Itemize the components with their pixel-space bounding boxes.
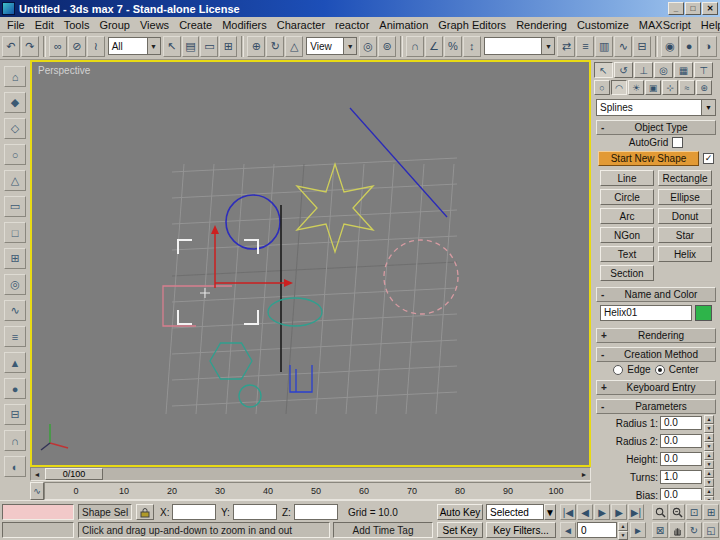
object-type-button-section[interactable]: Section xyxy=(600,265,654,281)
left-tool-icon-10[interactable]: ∿ xyxy=(4,300,26,321)
use-pivot-center-icon[interactable]: ◎ xyxy=(359,36,377,57)
object-type-button-text[interactable]: Text xyxy=(600,246,654,262)
select-object-icon[interactable]: ↖ xyxy=(163,36,181,57)
shape-category-dropdown[interactable]: Splines ▼ xyxy=(596,99,716,116)
left-tool-icon-14[interactable]: ⊟ xyxy=(4,404,26,425)
key-filters-button[interactable]: Key Filters... xyxy=(486,522,556,538)
maxscript-mini-listener[interactable] xyxy=(2,522,74,538)
menu-file[interactable]: File xyxy=(2,18,30,32)
object-type-button-rectangle[interactable]: Rectangle xyxy=(658,170,712,186)
coordinate-system-dropdown[interactable]: View ▼ xyxy=(306,37,357,55)
region-zoom-icon[interactable]: ⊠ xyxy=(652,522,668,538)
unlink-icon[interactable]: ⊘ xyxy=(68,36,86,57)
autogrid-checkbox[interactable] xyxy=(672,137,683,148)
time-slider[interactable]: ◄ 0/100 ► xyxy=(30,467,591,481)
left-tool-icon-9[interactable]: ◎ xyxy=(4,274,26,295)
object-type-button-ellipse[interactable]: Ellipse xyxy=(658,189,712,205)
left-tool-icon-3[interactable]: ◇ xyxy=(4,118,26,139)
rollout-keyboard-entry[interactable]: + Keyboard Entry xyxy=(596,380,716,395)
spline-u-shape[interactable] xyxy=(290,365,312,392)
select-by-name-icon[interactable]: ▤ xyxy=(182,36,200,57)
rollout-rendering[interactable]: + Rendering xyxy=(596,328,716,343)
menu-group[interactable]: Group xyxy=(94,18,135,32)
maximize-button[interactable]: □ xyxy=(685,2,701,15)
go-to-start-icon[interactable]: |◀ xyxy=(560,504,576,520)
rollout-creation-method[interactable]: - Creation Method xyxy=(596,347,716,362)
turns-input[interactable]: 1.0 xyxy=(660,470,702,484)
object-type-button-circle[interactable]: Circle xyxy=(600,189,654,205)
left-tool-icon-15[interactable]: ∩ xyxy=(4,430,26,451)
tab-create-icon[interactable]: ↖ xyxy=(594,62,613,78)
object-type-button-star[interactable]: Star xyxy=(658,227,712,243)
menu-modifiers[interactable]: Modifiers xyxy=(217,18,272,32)
category-geometry-icon[interactable]: ○ xyxy=(594,80,610,95)
left-tool-icon-12[interactable]: ▲ xyxy=(4,352,26,373)
tab-utilities-icon[interactable]: ⊤ xyxy=(694,62,713,78)
left-tool-icon-16[interactable]: ◐ xyxy=(4,456,26,477)
creation-method-edge-radio[interactable] xyxy=(613,365,623,375)
left-tool-icon-11[interactable]: ≡ xyxy=(4,326,26,347)
chevron-down-icon[interactable]: ▼ xyxy=(701,100,715,115)
rollout-object-type[interactable]: - Object Type xyxy=(596,120,716,135)
start-new-shape-button[interactable]: Start New Shape xyxy=(598,151,699,166)
tab-modify-icon[interactable]: ↺ xyxy=(614,62,633,78)
chevron-down-icon[interactable]: ▼ xyxy=(147,38,160,54)
arc-rotate-icon[interactable]: ↻ xyxy=(686,522,702,538)
radius2-spinner[interactable]: ▲▼ xyxy=(704,433,714,449)
spinner-snap-icon[interactable]: ↕ xyxy=(463,36,481,57)
time-slider-right-arrow[interactable]: ► xyxy=(578,468,590,480)
render-scene-icon[interactable]: ● xyxy=(680,36,698,57)
creation-method-center-radio[interactable] xyxy=(655,365,665,375)
close-button[interactable]: ✕ xyxy=(702,2,718,15)
min-max-toggle-icon[interactable]: ◱ xyxy=(703,522,719,538)
rollout-name-and-color[interactable]: - Name and Color xyxy=(596,287,716,302)
menu-views[interactable]: Views xyxy=(135,18,174,32)
auto-key-button[interactable]: Auto Key xyxy=(437,504,483,520)
viewport-canvas[interactable] xyxy=(32,62,589,465)
left-tool-icon-2[interactable]: ◆ xyxy=(4,92,26,113)
menu-rendering[interactable]: Rendering xyxy=(511,18,572,32)
category-systems-icon[interactable]: ⊛ xyxy=(696,80,712,95)
category-lights-icon[interactable]: ☀ xyxy=(628,80,644,95)
perspective-viewport[interactable]: Perspective xyxy=(30,60,591,467)
object-color-swatch[interactable] xyxy=(695,305,712,321)
left-tool-icon-1[interactable]: ⌂ xyxy=(4,66,26,87)
undo-icon[interactable]: ↶ xyxy=(2,36,20,57)
object-type-button-helix[interactable]: Helix xyxy=(658,246,712,262)
snap-toggle-icon[interactable]: ∩ xyxy=(406,36,424,57)
viewport-label[interactable]: Perspective xyxy=(38,65,90,76)
radius1-spinner[interactable]: ▲▼ xyxy=(704,415,714,431)
menu-maxscript[interactable]: MAXScript xyxy=(634,18,696,32)
object-type-button-ngon[interactable]: NGon xyxy=(600,227,654,243)
menu-reactor[interactable]: reactor xyxy=(330,18,374,32)
object-name-input[interactable]: Helix01 xyxy=(600,305,692,321)
y-coordinate-field[interactable] xyxy=(233,504,277,520)
left-tool-icon-7[interactable]: □ xyxy=(4,222,26,243)
zoom-extents-all-icon[interactable]: ⊞ xyxy=(703,504,719,520)
minimize-button[interactable]: _ xyxy=(668,2,684,15)
select-rotate-icon[interactable]: ↻ xyxy=(266,36,284,57)
time-slider-left-arrow[interactable]: ◄ xyxy=(31,468,43,480)
chevron-down-icon[interactable]: ▼ xyxy=(343,38,356,54)
layer-manager-icon[interactable]: ▥ xyxy=(595,36,613,57)
menu-graph-editors[interactable]: Graph Editors xyxy=(433,18,511,32)
rollout-parameters[interactable]: - Parameters xyxy=(596,399,716,414)
selection-filter-dropdown[interactable]: All ▼ xyxy=(108,37,161,55)
tab-display-icon[interactable]: ▦ xyxy=(674,62,693,78)
set-key-button[interactable]: Set Key xyxy=(437,522,483,538)
radius1-input[interactable]: 0.0 xyxy=(660,416,702,430)
left-tool-icon-6[interactable]: ▭ xyxy=(4,196,26,217)
height-spinner[interactable]: ▲▼ xyxy=(704,451,714,467)
menu-create[interactable]: Create xyxy=(174,18,217,32)
object-type-button-donut[interactable]: Donut xyxy=(658,208,712,224)
go-to-end-icon[interactable]: ▶| xyxy=(628,504,644,520)
height-input[interactable]: 0.0 xyxy=(660,452,702,466)
start-new-shape-checkbox[interactable]: ✓ xyxy=(703,153,714,164)
category-spacewarps-icon[interactable]: ≈ xyxy=(679,80,695,95)
object-type-button-line[interactable]: Line xyxy=(600,170,654,186)
menu-edit[interactable]: Edit xyxy=(30,18,59,32)
window-crossing-icon[interactable]: ⊞ xyxy=(219,36,237,57)
transform-gizmo[interactable] xyxy=(200,225,293,298)
time-slider-handle[interactable]: 0/100 xyxy=(45,468,103,480)
percent-snap-icon[interactable]: % xyxy=(444,36,462,57)
